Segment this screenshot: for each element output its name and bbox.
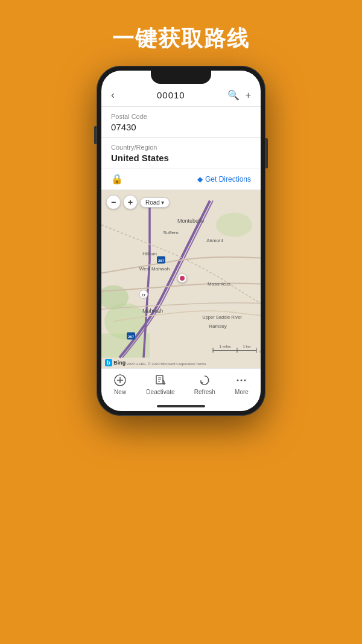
svg-text:Suffern: Suffern: [163, 230, 179, 235]
chevron-down-icon: ▾: [161, 199, 164, 206]
svg-text:Upper Saddle River: Upper Saddle River: [202, 314, 242, 320]
more-label: More: [235, 389, 249, 395]
map-type-label: Road: [145, 199, 160, 206]
more-button[interactable]: More: [235, 374, 249, 395]
get-directions-label: Get Directions: [205, 175, 251, 183]
phone-notch: [151, 71, 211, 84]
refresh-label: Refresh: [194, 389, 215, 395]
lock-icon: 🔒: [111, 173, 123, 185]
new-icon: [113, 374, 127, 387]
page-title: 一键获取路线: [0, 0, 362, 66]
postal-code-section: Postal Code 07430: [101, 107, 261, 138]
map-controls: − + Road ▾: [106, 195, 170, 209]
new-label: New: [114, 389, 126, 395]
home-indicator: [101, 401, 261, 411]
map-type-dropdown[interactable]: Road ▾: [140, 197, 170, 208]
svg-point-39: [241, 380, 243, 381]
map-container: 287 17 287 Montebello Suffern: [101, 190, 261, 368]
svg-text:287: 287: [128, 335, 135, 339]
svg-text:Masonicus: Masonicus: [208, 281, 230, 287]
svg-text:Montebello: Montebello: [177, 218, 204, 224]
zoom-in-button[interactable]: +: [123, 195, 138, 209]
deactivate-button[interactable]: Deactivate: [146, 374, 174, 395]
get-directions-button[interactable]: ◆ Get Directions: [197, 175, 251, 183]
svg-text:Hillburn: Hillburn: [142, 252, 157, 256]
postal-code-value: 07430: [111, 122, 251, 132]
svg-point-4: [216, 213, 252, 237]
svg-text:287: 287: [158, 259, 165, 263]
content-area: Postal Code 07430 Country/Region United …: [101, 107, 261, 411]
zoom-out-button[interactable]: −: [106, 195, 121, 209]
svg-text:Mahwah: Mahwah: [142, 308, 163, 314]
home-bar: [157, 405, 205, 407]
country-value: United States: [111, 153, 251, 163]
directions-diamond-icon: ◆: [197, 175, 203, 183]
svg-text:Ramsey: Ramsey: [209, 324, 226, 329]
more-icon: [235, 374, 248, 387]
nav-bar: ‹ 00010 🔍 +: [101, 84, 261, 107]
svg-point-40: [244, 380, 246, 381]
svg-text:75: 75: [258, 350, 261, 354]
country-label: Country/Region: [111, 144, 251, 151]
refresh-button[interactable]: Refresh: [194, 374, 215, 395]
location-pin: [178, 274, 186, 282]
deactivate-label: Deactivate: [146, 389, 174, 395]
new-button[interactable]: New: [113, 374, 127, 395]
directions-bar: 🔒 ◆ Get Directions: [101, 168, 261, 190]
map-copyright: © 2020 HERE. © 2020 Microsoft Corporatio…: [123, 362, 206, 366]
svg-text:17: 17: [142, 293, 145, 297]
svg-text:1 km: 1 km: [243, 345, 250, 348]
svg-text:Airmont: Airmont: [206, 238, 223, 243]
bottom-toolbar: New: [101, 368, 261, 401]
postal-code-label: Postal Code: [111, 113, 251, 120]
svg-text:West Mahwah: West Mahwah: [139, 266, 170, 272]
add-icon[interactable]: +: [246, 90, 251, 101]
svg-point-38: [237, 380, 239, 381]
nav-title: 00010: [157, 90, 185, 100]
svg-text:1 miles: 1 miles: [219, 345, 230, 348]
search-icon[interactable]: 🔍: [227, 89, 240, 101]
back-button[interactable]: ‹: [111, 89, 115, 101]
phone-frame: ‹ 00010 🔍 + Postal Code 07430: [0, 66, 362, 416]
deactivate-icon: [154, 374, 167, 387]
refresh-icon: [198, 374, 211, 387]
country-section: Country/Region United States: [101, 138, 261, 168]
